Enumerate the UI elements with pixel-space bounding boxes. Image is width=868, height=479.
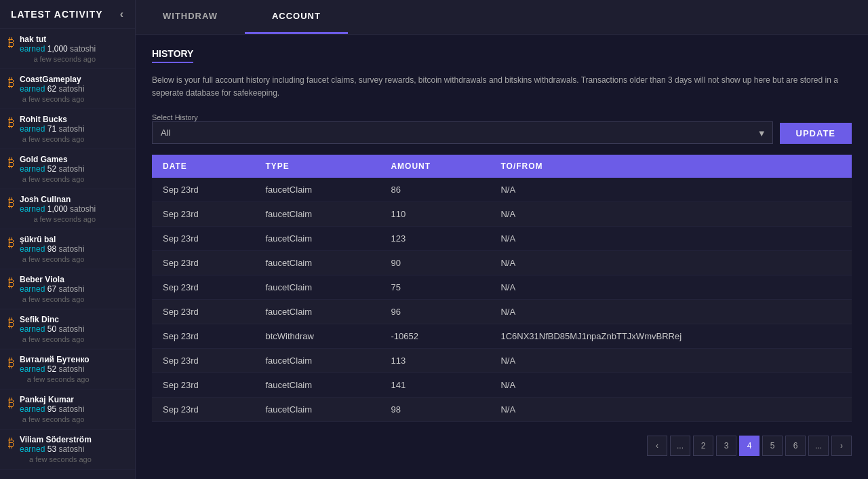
- cell-type: faucetClaim: [254, 202, 380, 227]
- cell-type: faucetClaim: [254, 178, 380, 202]
- activity-item: ₿ hak tut earned 1,000 satoshi a few sec…: [0, 29, 135, 69]
- activity-item: ₿ şükrü bal earned 98 satoshi a few seco…: [0, 229, 135, 269]
- sidebar: LATEST ACTIVITY ‹ ₿ hak tut earned 1,000…: [0, 0, 136, 479]
- activity-earned: earned 1,000 satoshi: [20, 204, 96, 214]
- cell-tofrom: N/A: [490, 373, 852, 398]
- cell-tofrom: N/A: [490, 178, 852, 202]
- activity-details: Виталий Бутенко earned 52 satoshi a few …: [20, 355, 90, 383]
- activity-username: şükrü bal: [20, 235, 84, 244]
- bitcoin-icon: ₿: [8, 36, 14, 50]
- cell-type: faucetClaim: [254, 227, 380, 251]
- activity-details: hak tut earned 1,000 satoshi a few secon…: [20, 35, 96, 63]
- activity-details: CoastGameplay earned 62 satoshi a few se…: [20, 75, 84, 103]
- activity-username: CoastGameplay: [20, 75, 84, 84]
- activity-details: Sefik Dinc earned 50 satoshi a few secon…: [20, 315, 84, 343]
- activity-username: Pankaj Kumar: [20, 395, 84, 404]
- table-row: Sep 23rd faucetClaim 90 N/A: [152, 251, 852, 275]
- history-description: Below is your full account history inclu…: [152, 74, 852, 100]
- pagination-page-3[interactable]: 3: [716, 436, 736, 456]
- bitcoin-icon: ₿: [8, 436, 14, 451]
- pagination-page-6[interactable]: 6: [785, 436, 806, 456]
- col-type: TYPE: [254, 155, 380, 178]
- tab-bar: WITHDRAW ACCOUNT: [136, 0, 868, 35]
- pagination-next[interactable]: ›: [831, 436, 852, 456]
- table-row: Sep 23rd faucetClaim 86 N/A: [152, 178, 852, 202]
- table-body: Sep 23rd faucetClaim 86 N/A Sep 23rd fau…: [152, 178, 852, 422]
- cell-date: Sep 23rd: [152, 178, 254, 202]
- content-area: HISTORY Below is your full account histo…: [136, 35, 868, 479]
- cell-amount: 113: [380, 349, 490, 373]
- activity-time: a few seconds ago: [20, 95, 84, 103]
- activity-item: ₿ Виталий Бутенко earned 52 satoshi a fe…: [0, 349, 135, 389]
- bitcoin-icon: ₿: [8, 276, 14, 290]
- activity-time: a few seconds ago: [20, 295, 84, 303]
- pagination-prev[interactable]: ‹: [647, 436, 667, 456]
- activity-details: Viliam Söderström earned 53 satoshi a fe…: [20, 435, 92, 463]
- bitcoin-icon: ₿: [8, 236, 14, 250]
- pagination-page-2[interactable]: 2: [693, 436, 713, 456]
- activity-time: a few seconds ago: [20, 215, 96, 223]
- cell-tofrom: N/A: [490, 227, 852, 251]
- cell-date: Sep 23rd: [152, 349, 254, 373]
- table-row: Sep 23rd btcWithdraw -10652 1C6NX31NfBD8…: [152, 324, 852, 349]
- filter-row: Select History All faucetClaim btcWithdr…: [152, 113, 852, 144]
- history-filter-select[interactable]: All faucetClaim btcWithdraw survey bitsk…: [152, 121, 773, 144]
- activity-username: hak tut: [20, 35, 96, 44]
- activity-earned: earned 98 satoshi: [20, 244, 84, 254]
- cell-amount: 123: [380, 227, 490, 251]
- table-row: Sep 23rd faucetClaim 110 N/A: [152, 202, 852, 227]
- tab-account[interactable]: ACCOUNT: [245, 0, 348, 34]
- section-title: HISTORY: [152, 48, 193, 63]
- sidebar-collapse-button[interactable]: ‹: [120, 8, 124, 20]
- activity-time: a few seconds ago: [20, 55, 96, 63]
- table-row: Sep 23rd faucetClaim 141 N/A: [152, 373, 852, 398]
- cell-date: Sep 23rd: [152, 275, 254, 300]
- activity-username: Sefik Dinc: [20, 315, 84, 324]
- cell-type: faucetClaim: [254, 349, 380, 373]
- activity-time: a few seconds ago: [20, 455, 92, 463]
- col-date: DATE: [152, 155, 254, 178]
- cell-tofrom: N/A: [490, 349, 852, 373]
- activity-earned: earned 52 satoshi: [20, 164, 84, 174]
- cell-amount: 141: [380, 373, 490, 398]
- activity-earned: earned 52 satoshi: [20, 364, 90, 374]
- sidebar-header: LATEST ACTIVITY ‹: [0, 0, 135, 29]
- bitcoin-icon: ₿: [8, 196, 14, 210]
- activity-earned: earned 62 satoshi: [20, 84, 84, 94]
- pagination-ellipsis-end: ...: [808, 436, 829, 456]
- activity-details: Gold Games earned 52 satoshi a few secon…: [20, 155, 84, 183]
- activity-item: ₿ CoastGameplay earned 62 satoshi a few …: [0, 69, 135, 109]
- cell-amount: 90: [380, 251, 490, 275]
- activity-list: ₿ hak tut earned 1,000 satoshi a few sec…: [0, 29, 135, 470]
- history-table: DATE TYPE AMOUNT TO/FROM Sep 23rd faucet…: [152, 155, 852, 422]
- activity-earned: earned 67 satoshi: [20, 284, 84, 294]
- activity-time: a few seconds ago: [20, 415, 84, 423]
- activity-details: Beber Viola earned 67 satoshi a few seco…: [20, 275, 84, 303]
- activity-details: Pankaj Kumar earned 95 satoshi a few sec…: [20, 395, 84, 423]
- activity-details: Josh Cullnan earned 1,000 satoshi a few …: [20, 195, 96, 223]
- activity-item: ₿ Viliam Söderström earned 53 satoshi a …: [0, 429, 135, 470]
- activity-earned: earned 50 satoshi: [20, 324, 84, 334]
- activity-details: şükrü bal earned 98 satoshi a few second…: [20, 235, 84, 263]
- col-tofrom: TO/FROM: [490, 155, 852, 178]
- activity-username: Rohit Bucks: [20, 115, 84, 124]
- cell-tofrom: N/A: [490, 202, 852, 227]
- sidebar-title: LATEST ACTIVITY: [11, 9, 103, 20]
- cell-date: Sep 23rd: [152, 324, 254, 349]
- filter-label: Select History: [152, 113, 773, 121]
- cell-amount: 110: [380, 202, 490, 227]
- cell-type: btcWithdraw: [254, 324, 380, 349]
- pagination-page-4[interactable]: 4: [739, 436, 760, 456]
- bitcoin-icon: ₿: [8, 356, 14, 370]
- cell-type: faucetClaim: [254, 251, 380, 275]
- cell-amount: 98: [380, 398, 490, 422]
- cell-amount: -10652: [380, 324, 490, 349]
- pagination-page-5[interactable]: 5: [762, 436, 783, 456]
- table-row: Sep 23rd faucetClaim 123 N/A: [152, 227, 852, 251]
- activity-username: Виталий Бутенко: [20, 355, 90, 364]
- activity-item: ₿ Rohit Bucks earned 71 satoshi a few se…: [0, 109, 135, 149]
- col-amount: AMOUNT: [380, 155, 490, 178]
- update-button[interactable]: UPDATE: [780, 123, 852, 144]
- tab-withdraw[interactable]: WITHDRAW: [136, 0, 245, 34]
- cell-type: faucetClaim: [254, 373, 380, 398]
